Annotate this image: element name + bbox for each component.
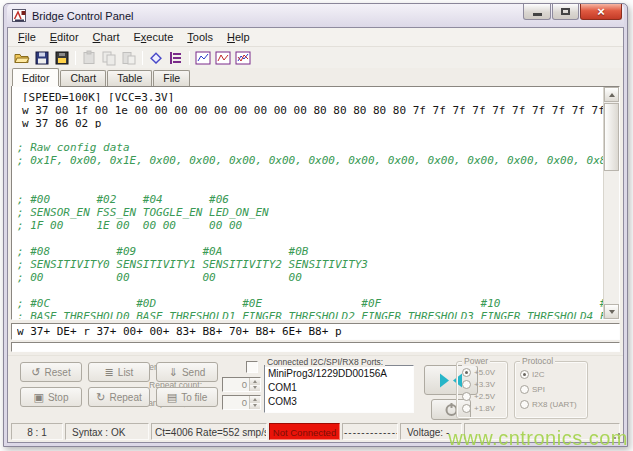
port-list-item[interactable]: COM3 [268,395,410,409]
triangle-down-icon [609,310,615,314]
copy-icon [100,49,118,67]
repeat-icon: ↻ [96,392,105,402]
editor-vertical-scrollbar[interactable] [603,87,619,319]
editor-line: ; Raw config data [17,141,603,154]
radio-1-8v[interactable]: +1.8V [462,404,495,413]
status-syntax: Syntax : OK [65,423,149,440]
chart-multi-icon[interactable] [234,49,252,67]
radio-3-3v[interactable]: +3.3V [462,380,495,389]
menu-item-execute[interactable]: Execute [126,29,180,46]
status-connection-badge: Not Connected [269,423,340,440]
radio-5-0v[interactable]: +5.0V [462,368,495,377]
to-file-button[interactable]: ▤To file [156,387,218,407]
send-button[interactable]: ⇓Send [156,362,218,382]
radio-button-icon [520,385,529,394]
editor-line: ; #00 #02 #04 #06 [17,193,603,206]
stop-button[interactable]: ▣Stop [20,387,82,407]
radio-i2c[interactable]: I2C [520,370,544,379]
tab-editor[interactable]: Editor [12,68,59,86]
power-group: Power +5.0V+3.3V+2.5V+1.8V [456,361,508,419]
watermark: www.cntronics.com [448,427,628,450]
status-counter: Ct=4006 Rate=552 smp/s [151,423,267,440]
reset-icon: ↺ [31,367,40,377]
editor-line [17,167,603,180]
port-list-item[interactable]: MiniProg3/1229DD00156A [268,367,410,381]
send-icon: ⇓ [169,367,178,377]
tab-chart[interactable]: Chart [60,70,106,86]
repeat-button[interactable]: ↻Repeat [88,387,150,407]
menu-item-file[interactable]: File [11,29,43,46]
menu-item-tools[interactable]: Tools [180,29,220,46]
radio-button-icon [520,400,529,409]
radio-label: RX8 (UART) [532,400,577,409]
repeat-count-stepper[interactable]: 0 [222,377,261,392]
scan-period-stepper[interactable]: 0 [222,395,261,410]
close-button[interactable]: × [580,4,622,20]
radio-label: +5.0V [474,368,495,377]
scroll-up-arrow[interactable] [604,87,619,102]
editor-line [17,128,603,141]
port-list-item[interactable]: COM1 [268,381,410,395]
radio-spi[interactable]: SPI [520,385,545,394]
editor-line: w 37 86 02 p [17,115,603,128]
editor-line: ; 1F 00 1E 00 00 00 00 00 [17,219,603,232]
tab-table[interactable]: Table [107,70,152,86]
editor-pane[interactable]: [SPEED=100K] [VCC=3.3V]w 37 00 1f 00 1e … [11,86,620,320]
connected-ports-list[interactable]: MiniProg3/1229DD00156ACOM1COM3 [264,365,414,413]
title-bar[interactable]: Bridge Control Panel × [7,4,624,27]
open-file-icon[interactable] [13,49,31,67]
toolbar-separator [142,51,143,65]
protocol-group-label: Protocol [520,356,555,366]
radio-rx8-uart[interactable]: RX8 (UART) [520,400,577,409]
minimize-button[interactable] [523,4,551,20]
to-file-icon: ▤ [167,392,177,402]
reset-button[interactable]: ↺Reset [20,362,82,382]
editor-line: w 37 00 1f 00 1e 00 00 00 00 00 00 00 00… [17,102,603,115]
radio-button-icon [462,392,471,401]
triangle-up-icon [609,93,615,97]
scroll-down-arrow[interactable] [604,304,619,319]
radio-button-icon [462,380,471,389]
syntax-check-icon[interactable] [147,49,165,67]
menu-item-editor[interactable]: Editor [43,29,86,46]
chart-scale-icon[interactable] [214,49,232,67]
editor-code[interactable]: [SPEED=100K] [VCC=3.3V]w 37 00 1f 00 1e … [12,87,603,319]
button-label: Repeat [109,392,141,403]
editor-line: ; #08 #09 #0A #0B [17,245,603,258]
close-icon: × [597,6,605,18]
save-file-icon[interactable] [33,49,51,67]
button-label: Send [182,367,205,378]
editor-line: ; BASE_THRESHOLD0 BASE_THRESHOLD1 FINGER… [17,310,603,319]
power-group-label: Power [462,356,490,366]
command-line-scroll-strip[interactable] [11,342,620,352]
radio-2-5v[interactable]: +2.5V [462,392,495,401]
toolbar-separator [75,51,76,65]
chart-variable-icon[interactable] [194,49,212,67]
radio-label: +1.8V [474,404,495,413]
editor-line: ; SENSITIVITY0 SENSITIVITY1 SENSITIVITY2… [17,258,603,271]
repeat-count-value: 0 [223,378,249,391]
save-program-icon[interactable] [53,49,71,67]
scan-period-down-arrow[interactable] [250,403,260,410]
status-ratio: 8 : 1 [11,423,63,440]
command-line-input[interactable] [12,325,619,338]
maximize-icon [561,8,570,15]
send-all-strings-checkbox[interactable] [246,361,258,373]
menu-item-help[interactable]: Help [220,29,257,46]
editor-line: ; #0C #0D #0E #0F #10 #1 [17,297,603,310]
button-label: List [118,367,134,378]
paste-icon [80,49,98,67]
menu-bar: FileEditorChartExecuteToolsHelp [8,28,623,47]
button-label: Reset [45,367,71,378]
list-icon: ≣ [105,367,114,377]
repeat-count-down-arrow[interactable] [250,385,260,392]
button-label: To file [181,392,207,403]
menu-item-chart[interactable]: Chart [86,29,127,46]
list-button[interactable]: ≣List [88,362,150,382]
send-list-icon[interactable] [167,49,185,67]
maximize-button[interactable] [552,4,579,20]
tab-file[interactable]: File [153,70,190,86]
scrollbar-thumb[interactable] [604,103,619,171]
radio-label: +2.5V [474,392,495,401]
radio-button-icon [520,370,529,379]
